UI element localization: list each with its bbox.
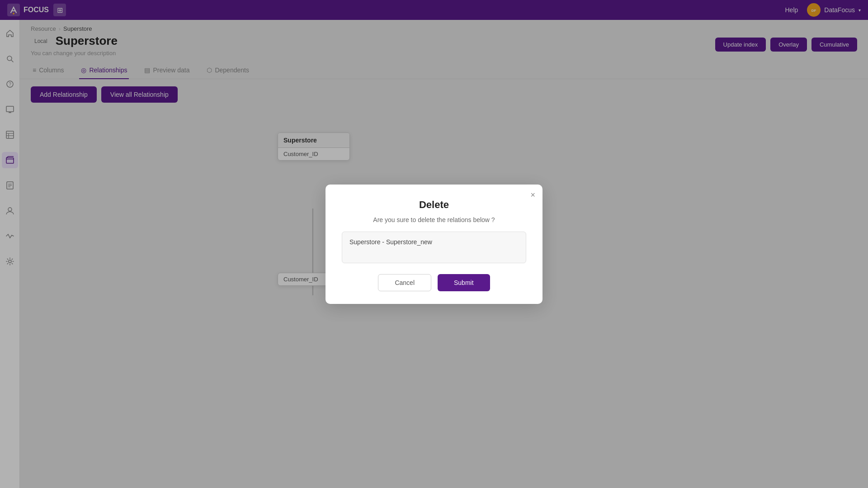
modal-subtitle: Are you sure to delete the relations bel…: [342, 216, 526, 223]
cancel-button[interactable]: Cancel: [378, 274, 431, 291]
submit-button[interactable]: Submit: [438, 274, 490, 291]
modal-actions: Cancel Submit: [342, 274, 526, 291]
modal-relation-text: Superstore - Superstore_new: [349, 238, 432, 246]
modal-title: Delete: [342, 199, 526, 211]
modal-overlay: × Delete Are you sure to delete the rela…: [0, 0, 868, 488]
modal-relation-content: Superstore - Superstore_new: [342, 232, 526, 263]
delete-modal: × Delete Are you sure to delete the rela…: [326, 185, 542, 304]
modal-close-button[interactable]: ×: [530, 191, 535, 199]
